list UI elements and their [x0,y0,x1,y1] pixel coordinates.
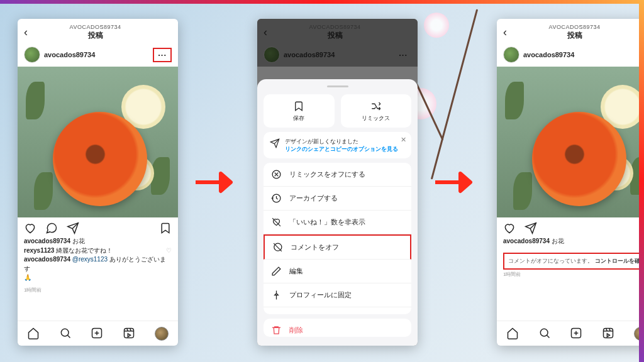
tab-create-icon[interactable] [570,327,582,341]
menu-item-remix-off[interactable]: リミックスをオフにする [264,163,411,187]
more-options-button[interactable]: ··· [635,49,644,61]
action-sheet: 保存 リミックス デザインが新しくなりました リンクのシェアとコピーのオプション… [257,79,418,346]
tab-reels-icon[interactable] [602,327,614,341]
caption-username[interactable]: avocados89734 [24,238,70,244]
caption-text: お花 [72,238,85,244]
comments-off-notice[interactable]: コメントがオフになっています。 コントロールを確認 [503,253,644,270]
sheet-remix-label: リミックス [362,114,390,123]
comment-username[interactable]: rexys1123 [24,247,54,254]
tab-home-icon[interactable] [506,327,519,341]
reply-emoji: 🙏 [24,274,31,281]
arrow-icon [435,170,479,195]
post-photo[interactable] [18,67,178,217]
svg-point-8 [540,329,548,336]
phone-step-2: ‹ AVOCADOS89734 投稿 avocados89734 ··· 保存 [257,19,418,346]
timestamp: 1時間前 [18,287,178,299]
save-icon[interactable] [638,222,644,234]
reply-username[interactable]: avocados89734 [24,256,70,263]
menu-item-share-other[interactable]: 他のアプリに投稿... [264,307,411,314]
control-link[interactable]: コントロールを確認 [595,257,644,265]
avatar[interactable] [503,47,519,63]
tab-search-icon[interactable] [59,327,72,341]
like-icon[interactable] [503,222,516,234]
tab-home-icon[interactable] [27,327,40,341]
arrow-icon [196,170,240,195]
share-icon[interactable] [67,222,79,234]
phone-step-3: ‹ AVOCADOS89734 投稿 avocados89734 ··· avo… [497,19,644,346]
comments-off-text: コメントがオフになっています。 [508,257,593,265]
share-icon[interactable] [525,222,537,234]
sheet-info-banner[interactable]: デザインが新しくなりました リンクのシェアとコピーのオプションを見る ✕ [264,132,411,158]
close-icon[interactable]: ✕ [401,136,406,144]
more-options-button[interactable]: ··· [153,48,172,62]
menu-item-comments-off[interactable]: コメントをオフ [264,234,411,260]
tab-create-icon[interactable] [91,327,103,341]
reply-mention[interactable]: @rexys1123 [72,256,108,263]
info-title: デザインが新しくなりました [285,138,398,145]
sheet-save-button[interactable]: 保存 [264,94,335,128]
phone-step-1: ‹ AVOCADOS89734 投稿 avocados89734 ··· avo… [18,19,178,346]
avatar [264,47,280,63]
info-link[interactable]: リンクのシェアとコピーのオプションを見る [285,145,398,153]
topbar: ‹ AVOCADOS89734 投稿 [18,19,178,43]
header-username: AVOCADOS89734 [28,24,163,31]
post-username[interactable]: avocados89734 [44,51,95,58]
comment-text: 綺麗なお花ですね！ [56,247,113,254]
sheet-save-label: 保存 [293,114,304,123]
sheet-remix-button[interactable]: リミックス [341,94,412,128]
svg-point-0 [61,329,69,336]
menu-item-delete[interactable]: 削除 [264,319,411,337]
comment-heart-icon[interactable]: ♡ [166,246,172,256]
menu-item-archive[interactable]: アーカイブする [264,187,411,211]
tab-profile-icon[interactable] [634,327,644,341]
tab-profile-icon[interactable] [155,327,169,341]
sheet-grip[interactable] [327,85,348,87]
menu-item-pin[interactable]: プロフィールに固定 [264,283,411,307]
save-icon[interactable] [159,222,172,234]
post-photo[interactable] [497,67,644,217]
comment-icon[interactable] [45,222,58,234]
tab-reels-icon[interactable] [123,327,135,341]
tab-search-icon[interactable] [538,327,551,341]
avatar[interactable] [24,47,40,63]
menu-item-hide-likes[interactable]: 「いいね！」数を非表示 [264,211,411,234]
header-title: 投稿 [28,31,163,40]
menu-item-edit[interactable]: 編集 [264,260,411,283]
like-icon[interactable] [24,222,36,234]
